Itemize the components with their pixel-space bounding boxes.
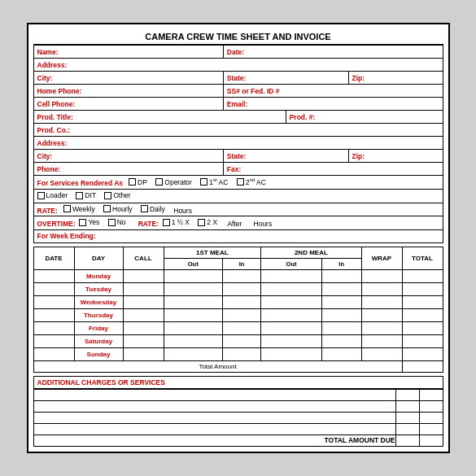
data-cell <box>361 334 402 347</box>
meal1-header: 1ST MEAL <box>164 247 261 258</box>
data-cell <box>402 321 443 334</box>
day-header: DAY <box>74 247 123 269</box>
main-header-row: DATE DAY CALL 1ST MEAL 2ND MEAL WRAP TOT… <box>33 247 443 258</box>
data-cell <box>321 269 361 282</box>
city2-label: City: <box>37 152 53 160</box>
weekly-option: Weekly <box>63 205 95 213</box>
loader-checkbox[interactable] <box>37 192 45 199</box>
data-cell <box>261 347 322 360</box>
data-cell <box>123 282 164 295</box>
prodtitle-cell: Prod. Title: <box>33 111 286 124</box>
timesheet-table: DATE DAY CALL 1ST MEAL 2ND MEAL WRAP TOT… <box>33 247 443 373</box>
data-cell <box>33 321 74 334</box>
meal2-header: 2ND MEAL <box>261 247 361 258</box>
total-amount-value <box>402 360 443 372</box>
zip-cell: Zip: <box>348 72 443 85</box>
loader-cell: Loader DIT Other <box>33 190 443 203</box>
operator-checkbox[interactable] <box>155 178 163 186</box>
homephone-row: Home Phone: SS# or Fed. ID # <box>33 85 443 98</box>
zip2-cell: Zip: <box>348 150 443 163</box>
address2-label: Address: <box>37 139 68 147</box>
data-cell <box>321 295 361 308</box>
cellphone-cell: Cell Phone: <box>33 98 223 111</box>
rate-cell: RATE: Weekly Hourly Daily Hours <box>33 203 443 216</box>
timesheet-day-row: Sunday <box>33 347 443 360</box>
phone-label: Phone: <box>37 165 61 173</box>
city-row: City: State: Zip: <box>33 72 443 85</box>
in2-header: In <box>321 258 361 269</box>
data-cell <box>123 321 164 334</box>
daily-checkbox[interactable] <box>141 205 148 212</box>
services-row: For Services Rendered As DP Operator 1st… <box>33 176 443 190</box>
day-name-cell: Sunday <box>74 347 123 360</box>
additional-rows-table: TOTAL AMOUNT DUE <box>33 389 443 447</box>
hours-label: Hours <box>173 206 192 214</box>
services-label: For Services Rendered As <box>37 179 124 187</box>
yes-checkbox[interactable] <box>79 219 86 226</box>
rate-row: RATE: Weekly Hourly Daily Hours <box>33 203 443 216</box>
wrap-header: WRAP <box>361 247 402 269</box>
no-checkbox[interactable] <box>108 219 116 226</box>
ss-cell: SS# or Fed. ID # <box>223 85 443 98</box>
after-label: After <box>227 220 242 228</box>
email-label: Email: <box>227 100 248 108</box>
ac1-checkbox[interactable] <box>200 178 207 186</box>
data-cell <box>123 295 164 308</box>
dp-checkbox[interactable] <box>129 178 136 186</box>
data-cell <box>321 308 361 321</box>
ac2-checkbox[interactable] <box>237 178 244 186</box>
data-cell <box>321 347 361 360</box>
document: CAMERA CREW TIME SHEET AND INVOICE Name:… <box>27 23 450 452</box>
hours2-label: Hours <box>254 220 273 228</box>
weekly-checkbox[interactable] <box>63 205 71 212</box>
data-cell <box>222 308 260 321</box>
daily-option: Daily <box>141 205 165 213</box>
timesheet-day-row: Monday <box>33 269 443 282</box>
data-cell <box>123 308 164 321</box>
rate-2-checkbox[interactable] <box>198 219 205 226</box>
additional-section: ADDITIONAL CHARGES OR SERVICES <box>33 376 443 447</box>
data-cell <box>361 269 402 282</box>
data-cell <box>222 282 260 295</box>
overtime-cell: OVERTIME: Yes No RATE: 1 ½ X 2 X After H… <box>33 216 443 230</box>
data-cell <box>321 334 361 347</box>
data-cell <box>361 308 402 321</box>
data-cell <box>361 282 402 295</box>
state2-cell: State: <box>223 150 348 163</box>
services-cell: For Services Rendered As DP Operator 1st… <box>33 176 443 190</box>
data-cell <box>361 347 402 360</box>
address-row: Address: <box>33 59 443 72</box>
data-cell <box>123 269 164 282</box>
ac1-option: 1st AC <box>200 177 228 186</box>
dit-checkbox[interactable] <box>76 192 83 199</box>
data-cell <box>321 282 361 295</box>
rate-2-option: 2 X <box>198 218 217 226</box>
prod-title-label: Prod. Title: <box>37 113 73 121</box>
other-checkbox[interactable] <box>104 192 111 199</box>
state2-label: State: <box>227 152 247 160</box>
day-name-cell: Tuesday <box>74 282 123 295</box>
data-cell <box>261 334 322 347</box>
data-cell <box>123 334 164 347</box>
data-cell <box>402 308 443 321</box>
data-cell <box>321 321 361 334</box>
data-cell <box>33 334 74 347</box>
data-cell <box>164 334 222 347</box>
data-cell <box>33 282 74 295</box>
rate-1-5-option: 1 ½ X <box>163 218 190 226</box>
timesheet-day-row: Wednesday <box>33 295 443 308</box>
rate-label: RATE: <box>37 206 58 214</box>
name-label: Name: <box>37 48 59 56</box>
additional-row-1 <box>33 389 443 400</box>
data-cell <box>33 295 74 308</box>
additional-row-2 <box>33 400 443 412</box>
hourly-checkbox[interactable] <box>103 205 111 212</box>
day-name-cell: Friday <box>74 321 123 334</box>
timesheet-day-row: Thursday <box>33 308 443 321</box>
date-label: Date: <box>227 48 244 56</box>
name-row: Name: Date: <box>33 46 443 59</box>
data-cell <box>402 282 443 295</box>
address-cell: Address: <box>33 59 443 72</box>
homephone-cell: Home Phone: <box>33 85 223 98</box>
rate-1-5-checkbox[interactable] <box>163 219 170 226</box>
